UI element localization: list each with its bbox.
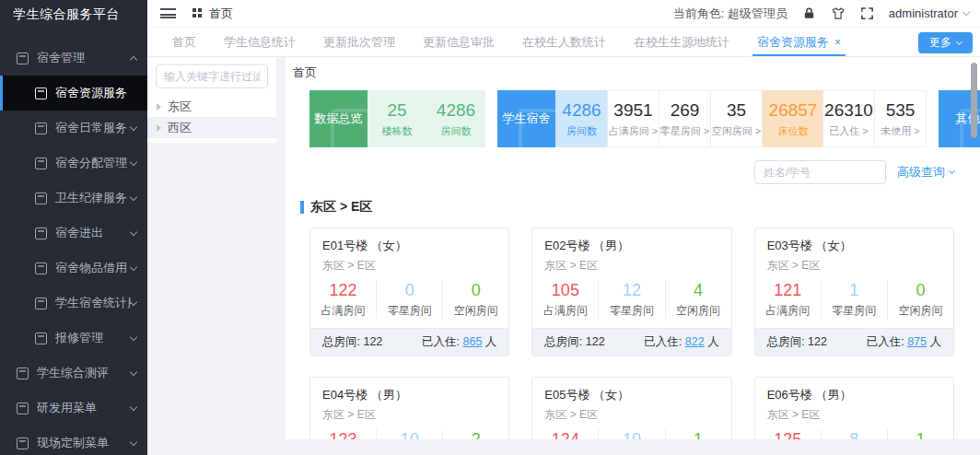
tab-label: 更新信息审批 (423, 34, 495, 51)
hamburger-menu-icon[interactable] (160, 8, 176, 18)
sidebar-item-dorm-manage[interactable]: 宿舍管理 (0, 41, 147, 76)
tab-在校生生源地统计[interactable]: 在校生生源地统计 (620, 28, 743, 56)
building-card-header: E01号楼 （女）东区 > E区 (310, 228, 508, 274)
stat-label: 房间数 (566, 124, 597, 138)
main-panel: 首页 数据总览25楼栋数4286房间数学生宿舍4286房间数3951占满房间 >… (286, 57, 980, 439)
stat-card-title[interactable]: 数据总览 (309, 90, 368, 147)
building-stat-value: 10 (599, 429, 664, 439)
tree-filter-input[interactable] (156, 64, 268, 88)
sidebar-item-dorm-access[interactable]: 宿舍进出 (0, 216, 147, 251)
stat-label: 零星房间 > (660, 124, 709, 138)
stat-cell[interactable]: 4286房间数 (555, 90, 608, 147)
building-stat-value: 125 (755, 429, 821, 439)
tab-更新信息审批[interactable]: 更新信息审批 (409, 28, 508, 56)
tree-node-西区[interactable]: 西区 (147, 117, 276, 138)
name-search-input[interactable] (754, 160, 886, 184)
building-card-footer: 总房间: 122已入住: 865 人 (310, 328, 508, 356)
stat-cell[interactable]: 25楼栋数 (368, 90, 426, 147)
scrollbar-thumb[interactable] (971, 63, 977, 138)
stat-cell[interactable]: 269零星房间 > (659, 90, 711, 147)
stat-cell[interactable]: 3951占满房间 > (607, 90, 659, 147)
building-name: E04号楼 （男） (322, 387, 496, 403)
content-area: 东区西区 首页 数据总览25楼栋数4286房间数学生宿舍4286房间数3951占… (147, 57, 980, 455)
sidebar-item-custom-menu[interactable]: 现场定制菜单 (0, 426, 147, 455)
stat-cell[interactable]: 535未使用 > (874, 90, 927, 147)
sidebar-item-label: 宿舍日常服务 (55, 120, 131, 136)
theme-shirt-icon[interactable] (831, 6, 846, 20)
sidebar-item-dorm-daily[interactable]: 宿舍日常服务 (0, 111, 147, 146)
sidebar-item-dorm-assign[interactable]: 宿舍分配管理 (0, 146, 147, 181)
fullscreen-icon[interactable] (860, 6, 874, 20)
stat-cell[interactable]: 35空闲房间 > (710, 90, 763, 147)
tab-label: 学生信息统计 (224, 34, 296, 51)
region-tree: 东区西区 (147, 96, 276, 138)
stat-value: 4286 (437, 100, 475, 121)
building-card-header: E03号楼 （女）东区 > E区 (755, 228, 953, 274)
building-card[interactable]: E02号楼 （男）东区 > E区105占满房间12零星房间4空闲房间总房间: 1… (531, 228, 731, 356)
building-card[interactable]: E06号楼 （男）东区 > E区125占满房间8零星房间1空闲房间 (754, 377, 954, 439)
building-stat: 1零星房间 (821, 280, 887, 319)
stat-value: 35 (727, 100, 746, 121)
tab-更新批次管理[interactable]: 更新批次管理 (309, 28, 409, 56)
tab-学生信息统计[interactable]: 学生信息统计 (210, 28, 309, 56)
building-stat: 122占满房间 (310, 280, 376, 319)
more-button[interactable]: 更多 (918, 32, 973, 53)
building-stats: 125占满房间8零星房间1空闲房间 (755, 423, 953, 439)
lock-icon[interactable] (802, 6, 816, 20)
tree-node-东区[interactable]: 东区 (147, 96, 276, 117)
sidebar-item-dorm-stats[interactable]: 学生宿舍统计服务 (0, 286, 147, 321)
building-stat-label: 空闲房间 (443, 303, 508, 319)
advanced-search-link[interactable]: 高级查询 (897, 164, 954, 181)
stat-cell[interactable]: 4286房间数 (426, 90, 485, 147)
topbar-right: 当前角色: 超级管理员 administrator (673, 6, 969, 22)
building-stats: 123占满房间10零星房间2空闲房间 (310, 423, 508, 439)
tabbar: 首页学生信息统计更新批次管理更新信息审批在校生人数统计在校生生源地统计宿舍资源服… (147, 28, 980, 57)
dorm-manage-icon (17, 52, 29, 64)
sidebar-item-repair-manage[interactable]: 报修管理 (0, 321, 147, 356)
building-stat: 0零星房间 (376, 280, 442, 319)
stat-label: 已入住 > (829, 124, 868, 138)
sidebar-item-dev-menu[interactable]: 研发用菜单 (0, 391, 147, 426)
building-stat-value: 122 (310, 280, 376, 300)
building-stat-label: 空闲房间 (666, 303, 731, 319)
building-card[interactable]: E05号楼 （女）东区 > E区124占满房间10零星房间1空闲房间 (531, 377, 731, 439)
building-card[interactable]: E03号楼 （女）东区 > E区121占满房间1零星房间0空闲房间总房间: 12… (754, 228, 954, 356)
sidebar-item-label: 宿舍分配管理 (55, 155, 131, 171)
breadcrumb[interactable]: 首页 (209, 6, 233, 22)
building-stat-label: 零星房间 (377, 303, 442, 319)
stat-cell[interactable]: 26857床位数 (763, 90, 823, 147)
stat-cell[interactable]: 26310已入住 > (822, 90, 875, 147)
building-stat: 4空闲房间 (665, 280, 731, 319)
building-card[interactable]: E04号楼 （男）东区 > E区123占满房间10零星房间2空闲房间 (309, 377, 509, 439)
occupant-count-link[interactable]: 865 (462, 335, 482, 348)
occupant-count: 已入住: 865 人 (422, 334, 496, 350)
tree-node-label: 东区 (168, 99, 192, 115)
sidebar-item-student-evaluation[interactable]: 学生综合测评 (0, 356, 147, 391)
stat-value: 269 (671, 100, 700, 121)
region-tree-panel: 东区西区 (147, 57, 276, 143)
building-stat: 0空闲房间 (887, 280, 953, 319)
stat-card-title[interactable]: 学生宿舍 (497, 90, 555, 147)
sidebar-item-dorm-resource[interactable]: 宿舍资源服务 (0, 76, 147, 111)
building-stats: 105占满房间12零星房间4空闲房间 (532, 274, 730, 328)
user-menu[interactable]: administrator (889, 6, 969, 20)
section-accent-bar (300, 201, 304, 214)
building-card-header: E04号楼 （男）东区 > E区 (310, 378, 508, 423)
tab-在校生人数统计[interactable]: 在校生人数统计 (508, 28, 620, 56)
item-borrow-icon (35, 262, 47, 274)
tab-宿舍资源服务[interactable]: 宿舍资源服务 (743, 28, 855, 56)
sidebar-item-item-borrow[interactable]: 宿舍物品借用 (0, 251, 147, 286)
stat-label: 房间数 (441, 124, 472, 138)
building-stat-label: 占满房间 (532, 303, 598, 319)
building-card[interactable]: E01号楼 （女）东区 > E区122占满房间0零星房间0空闲房间总房间: 12… (309, 228, 509, 356)
stat-value: 26857 (769, 100, 818, 121)
person-suffix: 人 (482, 335, 496, 348)
tab-首页[interactable]: 首页 (158, 28, 210, 56)
building-stat: 12零星房间 (598, 280, 664, 319)
building-card-footer: 总房间: 122已入住: 875 人 (755, 328, 953, 356)
occupant-count-link[interactable]: 875 (907, 335, 927, 348)
occupant-count-link[interactable]: 822 (685, 335, 705, 348)
building-stat-value: 1 (888, 429, 953, 439)
close-tab-icon[interactable] (834, 37, 841, 48)
sidebar-item-hygiene-discipline[interactable]: 卫生纪律服务 (0, 181, 147, 216)
